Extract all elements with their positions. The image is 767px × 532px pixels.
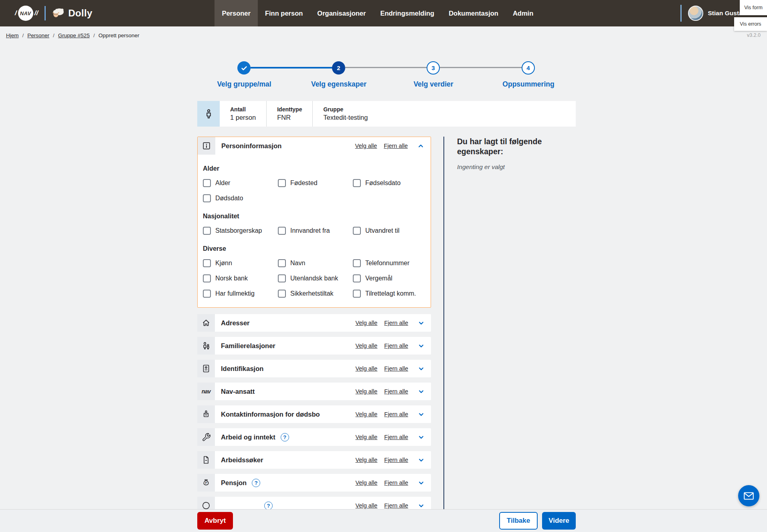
accordion-arbeid-og-inntekt[interactable]: Arbeid og inntekt ? Velg alle Fjern alle: [197, 428, 431, 446]
app-title: Dolly: [68, 8, 92, 19]
select-all-link[interactable]: Velg alle: [356, 411, 378, 417]
clear-all-link[interactable]: Fjern alle: [384, 143, 408, 149]
checkbox-box: [353, 179, 361, 187]
money-bag-icon: P: [197, 474, 215, 492]
vis-form-button[interactable]: Vis form: [740, 0, 767, 15]
chevron-down-icon[interactable]: [417, 388, 425, 395]
summary-identtype: Identtype FNR: [266, 101, 312, 127]
checkbox-fodselsdato[interactable]: Fødselsdato: [353, 179, 425, 187]
summary-label: Identtype: [277, 106, 302, 113]
select-all-link[interactable]: Velg alle: [356, 457, 378, 463]
checkbox-sikkerhetstiltak[interactable]: Sikkerhetstiltak: [278, 290, 353, 298]
clear-all-link[interactable]: Fjern alle: [384, 343, 408, 349]
sheep-icon: [52, 7, 65, 20]
checkbox-statsborgerskap[interactable]: Statsborgerskap: [203, 227, 278, 235]
step-2-circle[interactable]: 2: [332, 61, 345, 75]
nav-item-dokumentasjon[interactable]: Dokumentasjon: [441, 0, 506, 26]
breadcrumb-personer[interactable]: Personer: [27, 32, 49, 38]
step-3-label[interactable]: Velg verdier: [389, 80, 478, 89]
summary-value: 1 person: [230, 114, 256, 121]
accordion-arbeidssoker[interactable]: Arbeidssøker Velg alle Fjern alle: [197, 451, 431, 469]
step-1-label[interactable]: Velg gruppe/mal: [200, 80, 288, 89]
chevron-down-icon[interactable]: [417, 365, 425, 373]
checkbox-dodsdato[interactable]: Dødsdato: [203, 194, 278, 202]
checkbox-kjonn[interactable]: Kjønn: [203, 259, 278, 267]
select-all-link[interactable]: Velg alle: [356, 502, 378, 509]
checkbox-utenlandsk-bank[interactable]: Utenlandsk bank: [278, 274, 353, 282]
clear-all-link[interactable]: Fjern alle: [384, 480, 408, 486]
clear-all-link[interactable]: Fjern alle: [384, 320, 408, 326]
select-all-link[interactable]: Velg alle: [356, 388, 378, 395]
checkbox-box: [203, 194, 211, 202]
select-all-link[interactable]: Velg alle: [356, 320, 378, 326]
breadcrumb-separator: /: [22, 32, 24, 38]
nav-item-personer[interactable]: Personer: [215, 0, 258, 26]
chevron-down-icon[interactable]: [417, 319, 425, 327]
select-all-link[interactable]: Velg alle: [356, 343, 378, 349]
chevron-down-icon[interactable]: [417, 411, 425, 418]
panel-header-personinformasjon[interactable]: Personinformasjon Velg alle Fjern alle: [198, 137, 431, 155]
clear-all-link[interactable]: Fjern alle: [384, 411, 408, 417]
checkbox-box: [203, 259, 211, 267]
accordion-adresser[interactable]: Adresser Velg alle Fjern alle: [197, 314, 431, 332]
checkbox-box: [278, 290, 286, 298]
help-icon[interactable]: ?: [252, 479, 260, 487]
checkbox-utvandret-til[interactable]: Utvandret til: [353, 227, 425, 235]
nav-item-admin[interactable]: Admin: [506, 0, 540, 26]
group-title-alder: Alder: [203, 165, 425, 172]
clear-all-link[interactable]: Fjern alle: [384, 457, 408, 463]
clear-all-link[interactable]: Fjern alle: [384, 365, 408, 372]
step-1-circle[interactable]: [237, 61, 251, 75]
nav-item-endringsmelding[interactable]: Endringsmelding: [373, 0, 441, 26]
checkbox-alder[interactable]: Alder: [203, 179, 278, 187]
clear-all-link[interactable]: Fjern alle: [384, 434, 408, 440]
accordion-nav-ansatt[interactable]: nav Nav-ansatt Velg alle Fjern alle: [197, 383, 431, 400]
chevron-down-icon[interactable]: [417, 433, 425, 441]
select-all-link[interactable]: Velg alle: [355, 143, 377, 149]
clear-all-link[interactable]: Fjern alle: [384, 388, 408, 395]
chevron-down-icon[interactable]: [417, 502, 425, 510]
checkbox-telefonnummer[interactable]: Telefonnummer: [353, 259, 425, 267]
help-icon[interactable]: ?: [264, 502, 273, 510]
contact-mail-button[interactable]: [738, 485, 759, 506]
step-4-label[interactable]: Oppsummering: [484, 80, 573, 89]
group-title-nasjonalitet: Nasjonalitet: [203, 213, 425, 220]
help-icon[interactable]: ?: [281, 433, 289, 441]
chevron-down-icon[interactable]: [417, 342, 425, 350]
next-button[interactable]: Videre: [542, 512, 576, 530]
accordion-pensjon[interactable]: P Pensjon ? Velg alle Fjern alle: [197, 474, 431, 492]
select-all-link[interactable]: Velg alle: [356, 365, 378, 372]
vis-errors-button[interactable]: Vis errors: [734, 17, 767, 31]
select-all-link[interactable]: Velg alle: [356, 434, 378, 440]
breadcrumb-hjem[interactable]: Hjem: [6, 32, 19, 38]
svg-text:P: P: [205, 482, 207, 484]
back-button[interactable]: Tilbake: [499, 512, 538, 530]
chevron-down-icon[interactable]: [417, 479, 425, 487]
checkbox-tilrettelagt-komm[interactable]: Tilrettelagt komm.: [353, 290, 425, 298]
select-all-link[interactable]: Velg alle: [356, 480, 378, 486]
chevron-up-icon[interactable]: [417, 142, 425, 150]
chevron-down-icon[interactable]: [417, 456, 425, 464]
step-2-label[interactable]: Velg egenskaper: [295, 80, 383, 89]
nav-logo[interactable]: / NAV //: [14, 6, 39, 21]
main-area: Personinformasjon Velg alle Fjern alle A…: [197, 137, 767, 514]
checkbox-innvandret-fra[interactable]: Innvandret fra: [278, 227, 353, 235]
checkbox-har-fullmektig[interactable]: Har fullmektig: [203, 290, 278, 298]
checkbox-box: [278, 227, 286, 235]
checkbox-norsk-bank[interactable]: Norsk bank: [203, 274, 278, 282]
nav-item-organisasjoner[interactable]: Organisasjoner: [310, 0, 373, 26]
checkbox-vergemal[interactable]: Vergemål: [353, 274, 425, 282]
main-nav: Personer Finn person Organisasjoner Endr…: [215, 0, 540, 26]
clear-all-link[interactable]: Fjern alle: [384, 502, 408, 509]
checkbox-fodested[interactable]: Fødested: [278, 179, 353, 187]
accordion-identifikasjon[interactable]: Identifikasjon Velg alle Fjern alle: [197, 360, 431, 377]
nav-item-finn-person[interactable]: Finn person: [258, 0, 310, 26]
step-4-circle[interactable]: 4: [522, 61, 535, 75]
step-3-circle[interactable]: 3: [427, 61, 440, 75]
accordion-kontaktinformasjon-dodsbo[interactable]: Kontaktinformasjon for dødsbo Velg alle …: [197, 405, 431, 423]
checkbox-navn[interactable]: Navn: [278, 259, 353, 267]
breadcrumb-gruppe[interactable]: Gruppe #525: [58, 32, 90, 38]
avatar[interactable]: [688, 6, 703, 21]
cancel-button[interactable]: Avbryt: [197, 512, 233, 530]
accordion-familierelasjoner[interactable]: Familierelasjoner Velg alle Fjern alle: [197, 337, 431, 355]
